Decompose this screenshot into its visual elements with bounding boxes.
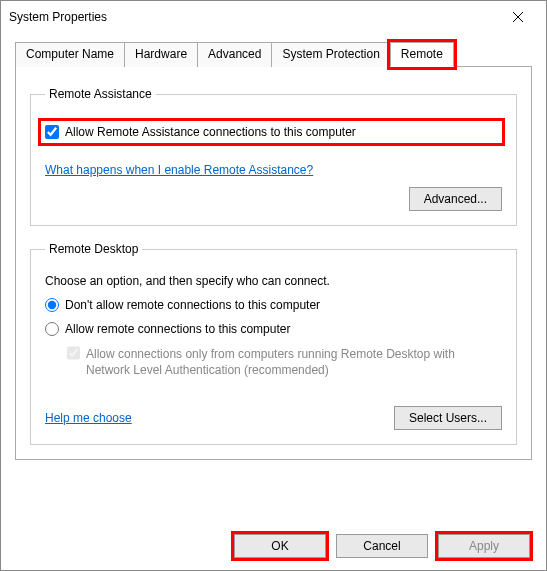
advanced-button[interactable]: Advanced...	[409, 187, 502, 211]
allow-remote-assistance-checkbox[interactable]	[45, 125, 59, 139]
nla-checkbox	[67, 346, 80, 360]
dialog-content: Computer Name Hardware Advanced System P…	[1, 33, 546, 512]
tab-hardware[interactable]: Hardware	[124, 42, 198, 67]
allow-remote-row[interactable]: Allow remote connections to this compute…	[45, 322, 502, 336]
nla-row: Allow connections only from computers ru…	[67, 346, 502, 378]
remote-desktop-instruction: Choose an option, and then specify who c…	[45, 274, 502, 288]
allow-remote-assistance-row[interactable]: Allow Remote Assistance connections to t…	[41, 121, 502, 143]
tab-computer-name[interactable]: Computer Name	[15, 42, 125, 67]
remote-desktop-legend: Remote Desktop	[45, 242, 142, 256]
dialog-button-row: OK Cancel Apply	[234, 534, 530, 558]
tab-advanced[interactable]: Advanced	[197, 42, 272, 67]
close-icon	[513, 12, 523, 22]
apply-button[interactable]: Apply	[438, 534, 530, 558]
ok-button[interactable]: OK	[234, 534, 326, 558]
remote-tab-panel: Remote Assistance Allow Remote Assistanc…	[15, 67, 532, 460]
remote-assistance-group: Remote Assistance Allow Remote Assistanc…	[30, 87, 517, 226]
deny-remote-radio[interactable]	[45, 298, 59, 312]
window-title: System Properties	[9, 10, 498, 24]
remote-assistance-legend: Remote Assistance	[45, 87, 156, 101]
tab-remote[interactable]: Remote	[390, 42, 454, 67]
close-button[interactable]	[498, 3, 538, 31]
allow-remote-radio[interactable]	[45, 322, 59, 336]
deny-remote-label: Don't allow remote connections to this c…	[65, 298, 320, 312]
deny-remote-row[interactable]: Don't allow remote connections to this c…	[45, 298, 502, 312]
remote-desktop-group: Remote Desktop Choose an option, and the…	[30, 242, 517, 445]
remote-assistance-help-link[interactable]: What happens when I enable Remote Assist…	[45, 163, 313, 177]
select-users-button[interactable]: Select Users...	[394, 406, 502, 430]
system-properties-window: System Properties Computer Name Hardware…	[0, 0, 547, 571]
cancel-button[interactable]: Cancel	[336, 534, 428, 558]
help-me-choose-link[interactable]: Help me choose	[45, 411, 132, 425]
titlebar: System Properties	[1, 1, 546, 33]
allow-remote-label: Allow remote connections to this compute…	[65, 322, 290, 336]
tab-system-protection[interactable]: System Protection	[271, 42, 390, 67]
allow-remote-assistance-label: Allow Remote Assistance connections to t…	[65, 125, 356, 139]
nla-label: Allow connections only from computers ru…	[86, 346, 502, 378]
tab-strip: Computer Name Hardware Advanced System P…	[15, 41, 532, 67]
